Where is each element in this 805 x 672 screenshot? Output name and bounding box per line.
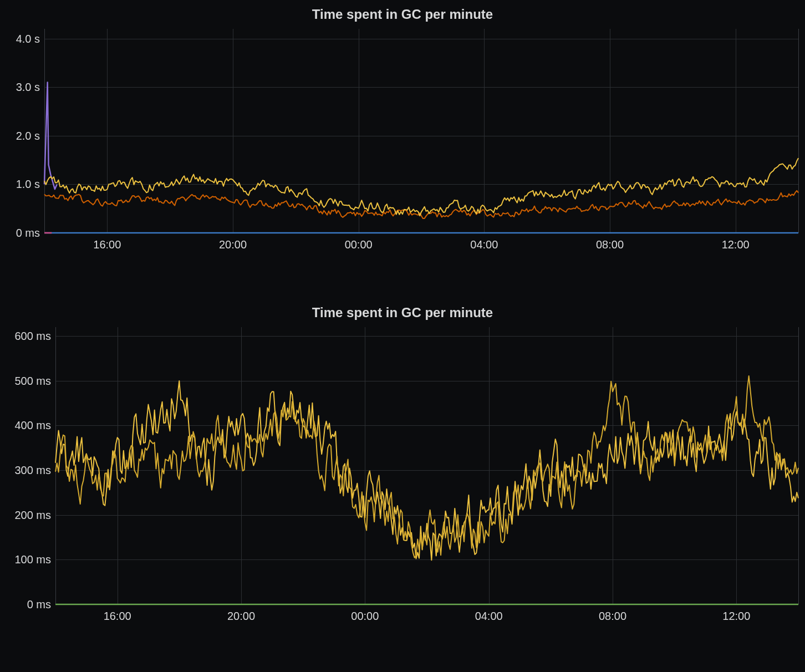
y-tick-label: 0 ms [27, 598, 55, 611]
plot-border [798, 29, 799, 233]
y-tick-label: 300 ms [14, 464, 55, 477]
series-yellow-a [55, 381, 798, 560]
chart-plot-top[interactable]: 0 ms1.0 s2.0 s3.0 s4.0 s16:0020:0000:000… [44, 29, 798, 233]
y-tick-label: 500 ms [14, 374, 55, 387]
plot-border [798, 327, 799, 604]
y-tick-label: 200 ms [14, 508, 55, 521]
x-tick-label: 08:00 [599, 604, 626, 623]
x-tick-label: 20:00 [227, 604, 255, 623]
y-tick-label: 3.0 s [16, 81, 44, 94]
x-tick-label: 04:00 [470, 233, 498, 251]
chart-title: Time spent in GC per minute [0, 7, 805, 22]
x-tick-label: 12:00 [722, 604, 750, 623]
y-tick-label: 0 ms [16, 227, 44, 240]
chart-plot-bottom[interactable]: 0 ms100 ms200 ms300 ms400 ms500 ms600 ms… [55, 327, 798, 604]
y-tick-label: 600 ms [14, 330, 55, 343]
x-tick-label: 04:00 [475, 604, 503, 623]
y-tick-label: 1.0 s [16, 178, 44, 191]
series-layer [44, 29, 798, 233]
series-purple-spike [44, 82, 57, 189]
x-tick-label: 16:00 [93, 233, 121, 251]
x-tick-label: 08:00 [596, 233, 624, 251]
series-orange [44, 191, 798, 218]
chart-title: Time spent in GC per minute [0, 305, 805, 320]
gc-time-panel-top: Time spent in GC per minute 0 ms1.0 s2.0… [0, 0, 805, 298]
gc-time-panel-bottom: Time spent in GC per minute 0 ms100 ms20… [0, 298, 805, 672]
x-tick-label: 12:00 [722, 233, 750, 251]
y-tick-label: 100 ms [14, 553, 55, 566]
y-tick-label: 400 ms [14, 419, 55, 432]
series-layer [55, 327, 798, 604]
series-yellow [44, 158, 798, 216]
y-tick-label: 2.0 s [16, 129, 44, 142]
x-tick-label: 00:00 [351, 604, 379, 623]
y-tick-label: 4.0 s [16, 32, 44, 45]
x-tick-label: 16:00 [104, 604, 131, 623]
x-tick-label: 20:00 [219, 233, 247, 251]
series-yellow-b [55, 376, 798, 558]
x-tick-label: 00:00 [345, 233, 373, 251]
